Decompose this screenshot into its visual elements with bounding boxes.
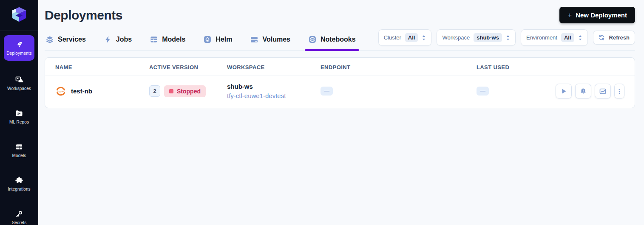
- workspace-filter[interactable]: Workspace shub-ws: [437, 29, 516, 46]
- alerts-button[interactable]: [575, 84, 591, 98]
- models-grid-icon: [15, 143, 23, 151]
- column-header-endpoint: ENDPOINT: [321, 64, 477, 70]
- filters-bar: Cluster All Workspace shub-ws Environmen…: [378, 29, 635, 50]
- last-used-empty-value: —: [477, 87, 489, 96]
- tab-notebooks[interactable]: jupyter Notebooks: [307, 31, 357, 50]
- name-cell: jupyter test-nb: [55, 86, 149, 97]
- endpoint-empty-value: —: [321, 87, 333, 96]
- new-deployment-button[interactable]: + New Deployment: [559, 7, 635, 23]
- workspaces-icon: [15, 76, 23, 84]
- tab-label: Volumes: [262, 36, 290, 43]
- refresh-icon: [599, 34, 605, 41]
- chevron-up-down-icon: [506, 35, 510, 41]
- kebab-menu-icon: [616, 88, 623, 95]
- notebooks-table: NAME ACTIVE VERSION WORKSPACE ENDPOINT L…: [45, 57, 635, 108]
- refresh-label: Refresh: [609, 34, 630, 41]
- start-button[interactable]: [556, 84, 572, 98]
- endpoint-cell: —: [321, 87, 477, 96]
- tabs-row: Services Jobs Models: [45, 29, 635, 51]
- sidebar-item-deployments[interactable]: Deployments: [4, 35, 34, 61]
- refresh-button[interactable]: Refresh: [593, 31, 635, 45]
- row-actions: [553, 84, 624, 98]
- main-content: Deployments + New Deployment Services Jo…: [38, 0, 644, 225]
- column-header-active-version: ACTIVE VERSION: [149, 64, 227, 70]
- tab-helm[interactable]: Helm: [202, 31, 233, 50]
- status-label: Stopped: [177, 88, 201, 95]
- tab-label: Services: [58, 36, 86, 43]
- logo-container[interactable]: [0, 0, 38, 31]
- workspace-name: shub-ws: [227, 83, 321, 90]
- helm-icon: [203, 35, 212, 44]
- active-version-cell: 2 Stopped: [149, 85, 227, 97]
- page-header: Deployments + New Deployment: [45, 7, 635, 23]
- new-deployment-label: New Deployment: [576, 11, 627, 19]
- table-row[interactable]: jupyter test-nb 2 Stopped shub-ws tfy-ct…: [45, 76, 635, 108]
- tab-services[interactable]: Services: [45, 31, 87, 50]
- sidebar-item-label: Workspaces: [7, 86, 31, 91]
- play-icon: [560, 88, 567, 95]
- filter-value: All: [405, 33, 418, 42]
- column-header-name: NAME: [55, 64, 149, 70]
- sidebar-item-integrations[interactable]: Integrations: [4, 173, 34, 195]
- workspace-cluster-link[interactable]: tfy-ctl-euwe1-devtest: [227, 92, 321, 99]
- tab-volumes[interactable]: Volumes: [249, 31, 291, 50]
- jupyter-tab-icon: jupyter: [308, 35, 317, 44]
- truefoundry-logo: [9, 6, 29, 24]
- filter-label: Environment: [526, 34, 557, 41]
- sidebar-item-secrets[interactable]: Secrets: [4, 206, 34, 225]
- bell-alert-icon: [580, 88, 587, 95]
- svg-text:jupyter: jupyter: [57, 90, 64, 92]
- layers-icon: [45, 35, 54, 44]
- sidebar-item-workspaces[interactable]: Workspaces: [4, 72, 34, 94]
- svg-text:jupyter: jupyter: [310, 39, 315, 40]
- filter-label: Workspace: [442, 34, 470, 41]
- sidebar-item-label: Deployments: [6, 51, 31, 56]
- column-header-workspace: WORKSPACE: [227, 64, 321, 70]
- filter-value: shub-ws: [474, 33, 502, 42]
- version-chip[interactable]: 2: [149, 85, 160, 97]
- rocket-icon: [13, 39, 25, 51]
- tab-jobs[interactable]: Jobs: [103, 31, 133, 50]
- sidebar-item-label: Integrations: [8, 187, 30, 191]
- sidebar-item-label: ML Repos: [9, 120, 29, 124]
- metrics-button[interactable]: [595, 84, 611, 98]
- column-header-actions: [553, 64, 624, 70]
- sidebar-nav: Deployments Workspaces ML Repos: [0, 35, 38, 225]
- ml-repos-icon: [15, 109, 23, 118]
- drive-icon: [250, 35, 258, 44]
- tab-label: Notebooks: [321, 36, 356, 43]
- table-header: NAME ACTIVE VERSION WORKSPACE ENDPOINT L…: [45, 58, 635, 76]
- chart-icon: [599, 88, 606, 95]
- environment-filter[interactable]: Environment All: [521, 29, 588, 46]
- sidebar-item-ml-repos[interactable]: ML Repos: [4, 106, 34, 128]
- tab-label: Helm: [216, 36, 232, 43]
- key-icon: [15, 210, 23, 218]
- jupyter-icon: jupyter: [55, 86, 66, 97]
- chevron-up-down-icon: [422, 35, 426, 41]
- filter-label: Cluster: [384, 34, 401, 41]
- notebook-name[interactable]: test-nb: [71, 87, 92, 95]
- tab-label: Models: [162, 36, 185, 43]
- page-title: Deployments: [45, 8, 122, 22]
- plus-icon: +: [567, 11, 572, 19]
- cluster-filter[interactable]: Cluster All: [378, 29, 432, 46]
- bolt-icon: [104, 35, 112, 44]
- last-used-cell: —: [477, 87, 553, 96]
- filter-value: All: [561, 33, 574, 42]
- sidebar-item-models[interactable]: Models: [4, 139, 34, 161]
- sidebar-item-label: Models: [12, 153, 26, 158]
- tabs: Services Jobs Models: [45, 31, 357, 50]
- sidebar-item-label: Secrets: [12, 220, 27, 225]
- tab-models[interactable]: Models: [149, 31, 186, 50]
- grid-icon: [150, 35, 158, 44]
- sidebar: Deployments Workspaces ML Repos: [0, 0, 38, 225]
- more-options-button[interactable]: [614, 84, 624, 98]
- workspace-cell: shub-ws tfy-ctl-euwe1-devtest: [227, 83, 321, 99]
- column-header-last-used: LAST USED: [477, 64, 553, 70]
- status-badge: Stopped: [164, 85, 206, 97]
- chevron-up-down-icon: [578, 35, 582, 41]
- stopped-square-icon: [169, 89, 173, 93]
- tab-label: Jobs: [116, 36, 132, 43]
- puzzle-icon: [15, 176, 23, 185]
